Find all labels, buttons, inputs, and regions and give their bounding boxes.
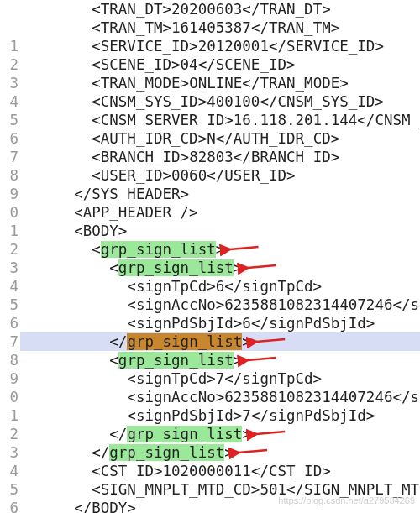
line-number: 1 [0, 406, 20, 425]
line-number: 4 [0, 277, 20, 296]
code-line[interactable]: <USER_ID>0060</USER_ID> [20, 166, 420, 185]
code-line[interactable]: <SERVICE_ID>20120001</SERVICE_ID> [20, 37, 420, 55]
line-number: 0 [0, 203, 20, 222]
line-number: 2 [0, 425, 20, 443]
line-number [0, 0, 20, 18]
watermark-text: https://blog.csdn.net/a279534269 [278, 491, 415, 510]
code-line[interactable]: <AUTH_IDR_CD>N</AUTH_IDR_CD> [20, 129, 420, 148]
code-line[interactable]: <signTpCd>6</signTpCd> [20, 277, 420, 296]
code-line[interactable]: <TRAN_DT>20200603</TRAN_DT> [20, 0, 420, 18]
line-number: 8 [0, 166, 20, 185]
line-number: 7 [0, 148, 20, 166]
line-number: 1 [0, 37, 20, 55]
code-line[interactable]: <APP_HEADER /> [20, 203, 420, 222]
code-line[interactable]: <TRAN_MODE>ONLINE</TRAN_MODE> [20, 74, 420, 92]
code-line[interactable]: </grp_sign_list> [20, 425, 420, 443]
line-number: 4 [0, 92, 20, 111]
code-line[interactable]: <signPdSbjId>7</signPdSbjId> [20, 406, 420, 425]
code-line[interactable]: </grp_sign_list> [20, 332, 420, 351]
line-number: 3 [0, 259, 20, 277]
line-number-gutter: 12345678901234567890123456 [0, 0, 20, 513]
code-line[interactable]: <signPdSbjId>6</signPdSbjId> [20, 314, 420, 332]
code-line[interactable]: </grp_sign_list> [20, 443, 420, 462]
line-number: 6 [0, 499, 20, 513]
line-number: 5 [0, 480, 20, 499]
line-number: 5 [0, 111, 20, 129]
code-line[interactable]: <grp_sign_list> [20, 351, 420, 369]
line-number: 1 [0, 222, 20, 240]
code-line[interactable]: <SCENE_ID>04</SCENE_ID> [20, 55, 420, 74]
line-number: 3 [0, 74, 20, 92]
line-number: 3 [0, 443, 20, 462]
line-number: 9 [0, 185, 20, 203]
line-number: 9 [0, 369, 20, 388]
code-line[interactable]: <signAccNo>6235881082314407246</sig [20, 296, 420, 314]
code-line[interactable]: <grp_sign_list> [20, 240, 420, 259]
code-line[interactable]: <grp_sign_list> [20, 259, 420, 277]
line-number: 2 [0, 240, 20, 259]
line-number: 4 [0, 462, 20, 480]
line-number: 8 [0, 351, 20, 369]
line-number: 5 [0, 296, 20, 314]
code-line[interactable]: <BRANCH_ID>82803</BRANCH_ID> [20, 148, 420, 166]
code-line[interactable]: <signAccNo>6235881082314407246</sig [20, 388, 420, 406]
code-line[interactable]: <BODY> [20, 222, 420, 240]
code-line[interactable]: <CNSM_SERVER_ID>16.118.201.144</CNSM_SER [20, 111, 420, 129]
code-area[interactable]: <TRAN_DT>20200603</TRAN_DT> <TRAN_TM>161… [20, 0, 420, 513]
line-number: 7 [0, 332, 20, 351]
line-number: 0 [0, 388, 20, 406]
code-line[interactable]: <TRAN_TM>161405387</TRAN_TM> [20, 18, 420, 37]
code-lines: <TRAN_DT>20200603</TRAN_DT> <TRAN_TM>161… [20, 0, 420, 513]
code-line[interactable]: <CST_ID>1020000011</CST_ID> [20, 462, 420, 480]
code-line[interactable]: <signTpCd>7</signTpCd> [20, 369, 420, 388]
line-number: 6 [0, 129, 20, 148]
code-line[interactable]: <CNSM_SYS_ID>400100</CNSM_SYS_ID> [20, 92, 420, 111]
code-line[interactable]: </SYS_HEADER> [20, 185, 420, 203]
code-editor[interactable]: 12345678901234567890123456 <TRAN_DT>2020… [0, 0, 420, 513]
line-number [0, 18, 20, 37]
line-number: 2 [0, 55, 20, 74]
line-number: 6 [0, 314, 20, 332]
